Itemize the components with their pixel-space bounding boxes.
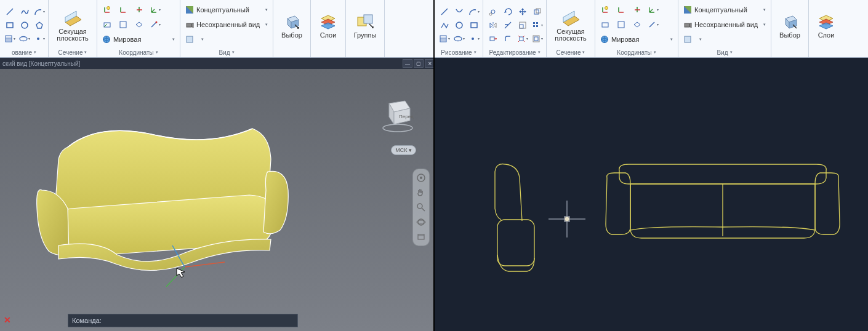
r-offset-icon[interactable]: ▾ <box>530 32 545 46</box>
panel-select-right: Выбор <box>771 0 809 57</box>
ucs-icon-1[interactable] <box>100 3 115 17</box>
r-circle-icon[interactable] <box>452 18 467 32</box>
close-button[interactable]: ✕ <box>425 59 433 68</box>
ucs-icon-6[interactable] <box>116 18 131 31</box>
viewport-3d[interactable]: ский вид [Концептуальный] — ▢ ✕ <box>0 58 433 331</box>
sofa-front-wireframe <box>601 159 847 258</box>
panel-groups-left: Группы <box>346 0 385 57</box>
minimize-button[interactable]: — <box>403 59 412 68</box>
svg-marker-69 <box>524 10 526 13</box>
tool-polygon-icon[interactable] <box>32 18 47 32</box>
camera-icon <box>185 20 194 29</box>
left-pane: ▾ ▾ ▾ ▾ ование▾ <box>0 0 435 331</box>
ucs-badge[interactable]: МСК ▾ <box>391 145 416 155</box>
r-scale-icon[interactable] <box>515 18 530 32</box>
tool-line-icon[interactable] <box>2 5 17 18</box>
visual-style-icon <box>185 6 194 14</box>
svg-line-21 <box>151 22 156 27</box>
pan-icon[interactable] <box>416 188 426 197</box>
r-ucs-6-icon[interactable] <box>614 18 629 31</box>
svg-point-62 <box>472 38 474 40</box>
tool-point-icon[interactable]: ▾ <box>32 32 47 46</box>
r-spline-icon[interactable] <box>452 5 467 18</box>
r-ucs-3-icon[interactable] <box>630 3 645 17</box>
panel-title-edit-right: Редактирование <box>489 49 536 56</box>
svg-rect-80 <box>536 25 538 27</box>
ucs-world-dropdown[interactable]: Мировая ▾ <box>100 33 177 46</box>
r-layers-label: Слои <box>818 32 835 39</box>
saved-view-dropdown[interactable]: Несохраненный вид ▾ <box>183 18 270 31</box>
ucs-icon-4[interactable]: ▾ <box>148 3 163 17</box>
svg-rect-78 <box>536 22 538 24</box>
r-ucs-4-icon[interactable]: ▾ <box>646 3 661 17</box>
ucs-icon-3[interactable] <box>132 3 147 17</box>
r-view-extra-dropdown[interactable]: ▾ <box>681 33 704 46</box>
r-ucs-2-icon[interactable] <box>614 3 629 17</box>
crosshair-cursor-icon <box>549 201 585 237</box>
r-ucs-8-icon[interactable]: ▾ <box>646 18 661 31</box>
svg-line-85 <box>523 36 524 37</box>
r-visual-style-dropdown[interactable]: Концептуальный ▾ <box>681 3 768 17</box>
r-trim-icon[interactable] <box>500 18 515 32</box>
r-mirror-icon[interactable] <box>486 18 500 32</box>
showmotion-icon[interactable] <box>416 232 426 242</box>
r-ellipse-icon[interactable]: ▾ <box>452 32 467 46</box>
tool-ellipse-icon[interactable]: ▾ <box>17 32 32 46</box>
svg-line-19 <box>104 24 107 27</box>
ucs-icon-2[interactable] <box>116 3 131 17</box>
r-saved-view-label: Несохраненный вид <box>694 21 758 28</box>
r-rect-icon[interactable] <box>467 18 481 32</box>
orbit-icon[interactable] <box>416 217 426 227</box>
steering-wheel-icon[interactable] <box>416 173 426 183</box>
r-ucs-world-dropdown[interactable]: Мировая ▾ <box>598 33 675 46</box>
viewport-2d[interactable] <box>435 58 868 331</box>
r-hatch-icon[interactable]: ▾ <box>437 32 452 46</box>
ucs-icon-7[interactable] <box>132 18 147 31</box>
r-move-arrows-icon[interactable] <box>515 5 530 18</box>
tool-box-icon[interactable] <box>2 18 17 32</box>
selection-button[interactable]: Выбор <box>276 2 308 47</box>
r-copy-icon[interactable] <box>530 5 545 18</box>
panel-title-view-left: Вид <box>219 49 230 56</box>
r-selection-button[interactable]: Выбор <box>774 2 806 47</box>
svg-point-8 <box>37 38 39 40</box>
svg-point-46 <box>383 124 412 132</box>
svg-marker-67 <box>521 14 524 15</box>
r-arc-icon[interactable]: ▾ <box>467 5 481 18</box>
section-plane-button[interactable]: Секущая плоскость <box>51 2 94 47</box>
tool-arc-icon[interactable]: ▾ <box>32 5 47 18</box>
r-explode-icon[interactable]: ▾ <box>515 32 530 46</box>
r-fillet-icon[interactable] <box>500 32 515 46</box>
ucs-icon-8[interactable]: ▾ <box>148 18 163 31</box>
layers-button[interactable]: Слои <box>313 2 343 47</box>
tool-hatch-icon[interactable]: ▾ <box>2 32 17 46</box>
r-stretch-icon[interactable] <box>486 32 500 46</box>
r-section-plane-button[interactable]: Секущая плоскость <box>549 2 592 47</box>
tool-spline-icon[interactable] <box>17 5 32 18</box>
ucs-icon-5[interactable] <box>100 18 115 31</box>
ucs-x-marker: ✕ <box>4 315 11 325</box>
viewcube[interactable]: Перед <box>378 95 416 133</box>
svg-marker-66 <box>521 8 524 10</box>
tool-circle-icon[interactable] <box>17 18 32 32</box>
r-ucs-5-icon[interactable] <box>598 18 613 31</box>
r-array-icon[interactable]: ▾ <box>530 18 545 32</box>
r-pline-icon[interactable] <box>437 18 452 32</box>
sofa-side-wireframe <box>465 159 552 282</box>
r-rotate-icon[interactable] <box>500 5 515 18</box>
visual-style-dropdown[interactable]: Концептуальный ▾ <box>183 3 270 17</box>
command-line[interactable]: Команда: <box>68 314 298 327</box>
r-ucs-7-icon[interactable] <box>630 18 645 31</box>
maximize-button[interactable]: ▢ <box>414 59 424 68</box>
r-point-icon[interactable]: ▾ <box>467 32 481 46</box>
r-ucs-1-icon[interactable] <box>598 3 613 17</box>
svg-line-38 <box>185 262 225 267</box>
panel-coords-right: ▾ ▾ Мировая ▾ <box>595 0 678 57</box>
groups-button[interactable]: Группы <box>348 2 382 47</box>
r-move-icon[interactable] <box>486 5 500 18</box>
r-line-icon[interactable] <box>437 5 452 18</box>
r-layers-button[interactable]: Слои <box>811 2 841 47</box>
zoom-icon[interactable] <box>416 202 426 212</box>
view-extra-dropdown[interactable]: ▾ <box>183 33 206 46</box>
r-saved-view-dropdown[interactable]: Несохраненный вид ▾ <box>681 18 768 31</box>
